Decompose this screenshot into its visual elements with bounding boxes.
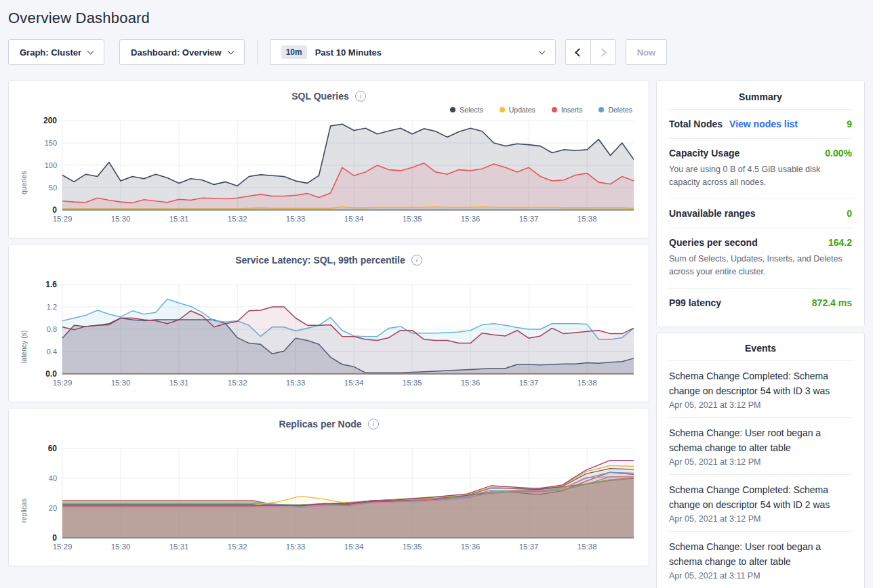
- overview-dashboard-page: Overview Dashboard Graph: Cluster Dashbo…: [0, 0, 873, 588]
- sidebar: Summary Total Nodes View nodes list 9 Ca…: [656, 80, 865, 588]
- svg-text:15:33: 15:33: [286, 215, 306, 223]
- svg-text:0: 0: [52, 533, 57, 543]
- time-range-dropdown[interactable]: 10m Past 10 Minutes: [270, 39, 556, 65]
- svg-text:15:38: 15:38: [577, 379, 597, 387]
- svg-text:0.4: 0.4: [47, 348, 57, 356]
- event-timestamp: Apr 05, 2021 at 3:12 PM: [669, 400, 852, 410]
- svg-text:150: 150: [45, 139, 57, 147]
- svg-text:15:38: 15:38: [577, 543, 597, 551]
- svg-text:15:33: 15:33: [286, 379, 306, 387]
- now-button[interactable]: Now: [626, 39, 667, 65]
- svg-text:15:32: 15:32: [228, 379, 247, 387]
- legend-dot: [552, 107, 557, 112]
- svg-text:60: 60: [48, 444, 58, 453]
- summary-value: 872.4 ms: [812, 297, 852, 308]
- charts-column: SQL Queries i Selects Updates Inserts: [8, 80, 649, 566]
- svg-text:15:31: 15:31: [169, 379, 189, 387]
- time-range-label: Past 10 Minutes: [315, 47, 382, 58]
- dashboard-dropdown[interactable]: Dashboard: Overview: [119, 39, 245, 65]
- legend-item-deletes[interactable]: Deletes: [598, 104, 632, 114]
- service-latency-panel: Service Latency: SQL, 99th percentile i …: [8, 244, 649, 402]
- svg-text:15:29: 15:29: [53, 543, 73, 551]
- view-nodes-list-link[interactable]: View nodes list: [729, 119, 798, 129]
- chart-title: Service Latency: SQL, 99th percentile: [235, 255, 405, 266]
- y-axis-label: replicas: [18, 442, 28, 562]
- summary-title: Summary: [669, 91, 852, 109]
- graph-dropdown-label: Graph: Cluster: [20, 47, 81, 58]
- svg-text:15:30: 15:30: [111, 215, 131, 223]
- summary-row-queries-per-second: Queries per second 164.2 Sum of Selects,…: [669, 228, 852, 288]
- time-badge: 10m: [281, 45, 307, 59]
- svg-text:15:37: 15:37: [519, 543, 539, 551]
- event-timestamp: Apr 05, 2021 at 3:12 PM: [669, 514, 852, 524]
- svg-text:15:34: 15:34: [344, 379, 364, 387]
- summary-description: You are using 0 B of 4.5 GiB usable disk…: [669, 163, 852, 190]
- summary-value: 0.00%: [825, 148, 852, 159]
- sql-queries-chart[interactable]: 15:2915:3015:3115:3215:3315:3415:3515:36…: [28, 114, 639, 234]
- graph-dropdown[interactable]: Graph: Cluster: [8, 39, 104, 65]
- info-icon[interactable]: i: [368, 419, 379, 429]
- legend-item-inserts[interactable]: Inserts: [552, 104, 583, 114]
- info-icon[interactable]: i: [355, 91, 366, 102]
- toolbar: Graph: Cluster Dashboard: Overview 10m P…: [8, 39, 865, 65]
- legend-item-updates[interactable]: Updates: [500, 104, 535, 114]
- svg-text:0.0: 0.0: [45, 369, 57, 379]
- event-text: Schema Change: User root began a schema …: [669, 425, 852, 455]
- event-timestamp: Apr 05, 2021 at 3:11 PM: [669, 571, 852, 581]
- svg-text:15:35: 15:35: [403, 215, 422, 223]
- event-list-item: Schema Change: User root began a schema …: [669, 417, 852, 474]
- svg-text:100: 100: [45, 161, 57, 169]
- chevron-left-icon: [575, 48, 584, 57]
- sql-queries-panel: SQL Queries i Selects Updates Inserts: [8, 80, 649, 238]
- svg-text:50: 50: [49, 184, 57, 192]
- summary-value: 9: [847, 119, 852, 129]
- time-back-button[interactable]: [565, 39, 591, 65]
- svg-text:15:31: 15:31: [169, 543, 189, 551]
- svg-text:1.6: 1.6: [45, 280, 57, 289]
- svg-text:15:37: 15:37: [519, 379, 539, 387]
- svg-text:15:30: 15:30: [111, 379, 131, 387]
- svg-text:15:35: 15:35: [403, 379, 422, 387]
- summary-panel: Summary Total Nodes View nodes list 9 Ca…: [656, 80, 865, 327]
- legend-dot: [598, 107, 604, 112]
- svg-text:15:34: 15:34: [344, 543, 364, 551]
- chevron-down-icon: [227, 47, 234, 54]
- time-forward-button[interactable]: [590, 39, 616, 65]
- chart-legend: Selects Updates Inserts Deletes: [18, 104, 632, 114]
- svg-text:1.2: 1.2: [47, 303, 57, 311]
- svg-text:40: 40: [49, 474, 57, 482]
- svg-text:15:30: 15:30: [111, 543, 131, 551]
- svg-text:15:37: 15:37: [519, 215, 539, 223]
- svg-text:200: 200: [43, 116, 57, 125]
- chevron-down-icon: [538, 47, 545, 54]
- legend-dot: [450, 107, 455, 112]
- legend-item-selects[interactable]: Selects: [450, 104, 483, 114]
- svg-text:15:36: 15:36: [461, 215, 481, 223]
- svg-text:0.8: 0.8: [47, 325, 57, 333]
- svg-text:15:32: 15:32: [228, 215, 247, 223]
- svg-text:15:29: 15:29: [53, 215, 73, 223]
- y-axis-label: queries: [18, 114, 28, 234]
- info-icon[interactable]: i: [411, 255, 422, 266]
- dashboard-dropdown-label: Dashboard: Overview: [131, 47, 222, 58]
- chart-title: Replicas per Node: [279, 419, 361, 429]
- svg-text:15:29: 15:29: [53, 379, 73, 387]
- summary-label: Capacity Usage: [669, 148, 739, 159]
- event-timestamp: Apr 05, 2021 at 3:12 PM: [669, 457, 852, 467]
- replicas-per-node-panel: Replicas per Node i replicas 15:2915:301…: [8, 408, 649, 566]
- events-panel: Events Schema Change Completed: Schema c…: [656, 333, 865, 588]
- svg-text:15:32: 15:32: [228, 543, 247, 551]
- event-text: Schema Change: User root began a schema …: [669, 539, 852, 569]
- svg-text:15:38: 15:38: [577, 215, 597, 223]
- summary-label: Queries per second: [669, 237, 758, 248]
- svg-text:15:36: 15:36: [461, 379, 481, 387]
- summary-value: 164.2: [828, 237, 852, 248]
- event-list-item: Schema Change Completed: Schema change o…: [669, 474, 852, 531]
- summary-row-unavailable-ranges: Unavailable ranges 0: [669, 198, 852, 228]
- service-latency-chart[interactable]: 15:2915:3015:3115:3215:3315:3415:3515:36…: [28, 278, 639, 398]
- summary-description: Sum of Selects, Updates, Inserts, and De…: [669, 253, 852, 279]
- toolbar-divider: [257, 39, 258, 65]
- svg-text:15:31: 15:31: [169, 215, 189, 223]
- svg-text:0: 0: [52, 205, 57, 215]
- replicas-per-node-chart[interactable]: 15:2915:3015:3115:3215:3315:3415:3515:36…: [28, 442, 639, 562]
